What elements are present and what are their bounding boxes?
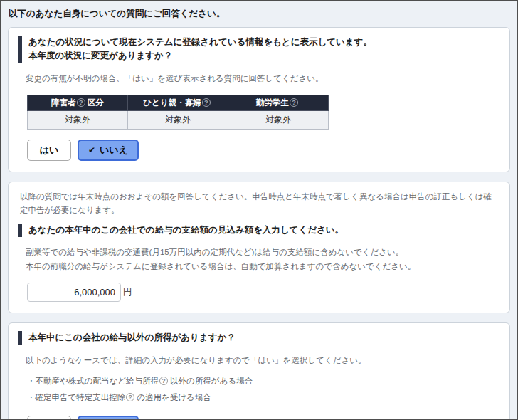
question-title-salary: あなたの本年中のこの会社での給与の支給額の見込み額を入力してください。	[18, 224, 500, 237]
salary-amount-input[interactable]	[27, 283, 121, 302]
page-title: 以下のあなた自身についての質問にご回答ください。	[9, 8, 510, 20]
question-title-other-income: 本年中にこの会社の給与以外の所得がありますか？	[18, 331, 500, 345]
status-table-value-row: 対象外 対象外 対象外	[28, 111, 329, 130]
help-icon[interactable]: ?	[159, 377, 168, 385]
status-cell-working-student: 対象外	[228, 111, 329, 130]
check-icon: ✔	[88, 145, 95, 155]
status-table-header-row: 障害者?区分 ひとり親・寡婦? 勤労学生?	[28, 95, 329, 111]
no-button-selected[interactable]: ✔ いいえ	[78, 140, 139, 161]
status-table: 障害者?区分 ひとり親・寡婦? 勤労学生? 対象外 対象外 対象外	[27, 95, 329, 130]
column-header-single-parent: ひとり親・寡婦?	[128, 95, 228, 111]
column-header-label: 区分	[88, 98, 104, 107]
status-note: 変更の有無が不明の場合、「はい」を選び表示される質問に回答してください。	[26, 72, 500, 86]
status-cell-disability: 対象外	[28, 111, 128, 130]
salary-help-notes: 副業等での給与や非課税の交通費(月15万円以内の定期代など)は給与の支給額に含め…	[26, 246, 500, 273]
other-income-answer-buttons: はい ✔ いいえ	[27, 416, 500, 420]
bullet-item-real-estate: ・不動産や株式の配当など給与所得?以外の所得がある場合	[27, 373, 500, 389]
column-header-label: ひとり親・寡婦	[143, 98, 201, 107]
no-button-label: いいえ	[100, 145, 128, 156]
help-icon[interactable]: ?	[126, 393, 134, 401]
form-page: 以下のあなた自身についての質問にご回答ください。 あなたの状況について現在システ…	[0, 0, 518, 420]
no-button-selected[interactable]: ✔ いいえ	[78, 416, 139, 420]
column-header-label: 障害者	[51, 98, 76, 107]
help-icon[interactable]: ?	[290, 98, 298, 107]
column-header-disability: 障害者?区分	[28, 95, 128, 111]
bullet-text: の適用を受ける場合	[137, 393, 211, 401]
yes-button[interactable]: はい	[27, 140, 71, 161]
salary-intro-note: 以降の質問では年末時点のおおよその額を回答してください。申告時点と年末時点で著し…	[20, 190, 500, 218]
other-income-bullets: ・不動産や株式の配当など給与所得?以外の所得がある場合 ・確定申告で特定支出控除…	[27, 373, 500, 406]
question-title-status: あなたの状況について現在システムに登録されている情報をもとに表示しています。 本…	[18, 36, 500, 63]
other-income-note: 以下のようなケースでは、詳細の入力が必要になりますので「はい」を選択してください…	[26, 354, 500, 368]
question-title-line1: あなたの状況について現在システムに登録されている情報をもとに表示しています。	[28, 36, 500, 49]
bullet-text: ・不動産や株式の配当など給与所得	[27, 377, 159, 385]
help-icon[interactable]: ?	[77, 98, 85, 107]
salary-help-note-2: 本年の前職分の給与がシステムに登録されている場合は、自動で加算されますので含めな…	[26, 260, 500, 274]
status-answer-buttons: はい ✔ いいえ	[27, 140, 500, 161]
column-header-label: 勤労学生	[256, 98, 289, 107]
question-title-line2: 本年度の状況に変更がありますか？	[28, 49, 500, 63]
help-icon[interactable]: ?	[202, 98, 211, 107]
bullet-item-specific-expense: ・確定申告で特定支出控除?の適用を受ける場合	[27, 389, 500, 406]
yen-unit-label: 円	[123, 286, 132, 298]
salary-help-note-1: 副業等での給与や非課税の交通費(月15万円以内の定期代など)は給与の支給額に含め…	[26, 246, 500, 260]
bullet-text: ・確定申告で特定支出控除	[27, 393, 125, 401]
column-header-working-student: 勤労学生?	[228, 95, 329, 111]
yes-button[interactable]: はい	[27, 416, 71, 420]
salary-amount-row: 円	[27, 283, 500, 302]
bullet-text: 以外の所得がある場合	[170, 377, 253, 385]
question-card-other-income: 本年中にこの会社の給与以外の所得がありますか？ 以下のようなケースでは、詳細の入…	[8, 322, 510, 420]
question-card-salary: 以降の質問では年末時点のおおよその額を回答してください。申告時点と年末時点で著し…	[8, 182, 510, 314]
question-card-status: あなたの状況について現在システムに登録されている情報をもとに表示しています。 本…	[8, 27, 510, 172]
status-cell-single-parent: 対象外	[128, 111, 228, 130]
